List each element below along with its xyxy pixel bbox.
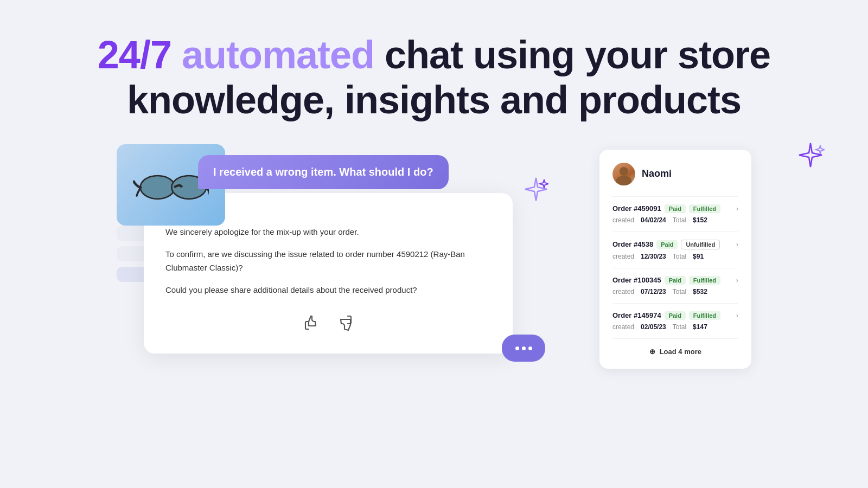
total-value: $91 (693, 253, 704, 260)
order-number: Order #4538 (612, 240, 653, 248)
user-message-bubble: I received a wrong item. What should I d… (198, 155, 449, 189)
created-date: 02/05/23 (641, 323, 666, 331)
load-more-label: Load 4 more (660, 348, 701, 356)
status-badge: Unfulfilled (681, 240, 720, 249)
order-meta: created 12/30/23 Total $91 (612, 253, 738, 260)
total-value: $532 (693, 288, 707, 296)
order-meta: created 02/05/23 Total $147 (612, 323, 738, 331)
order-meta: created 04/02/24 Total $152 (612, 216, 738, 224)
svg-point-1 (141, 176, 174, 198)
chat-panel: I received a wrong item. What should I d… (117, 144, 589, 354)
order-item: Order #145974 Paid Fulfilled › created 0… (612, 303, 738, 339)
created-date: 12/30/23 (641, 253, 666, 260)
sparkle-icon-mid (524, 177, 548, 204)
feedback-row (165, 312, 491, 337)
thumbs-up-button[interactable] (301, 312, 323, 337)
chevron-down-icon[interactable]: › (736, 311, 738, 319)
order-number: Order #145974 (612, 311, 661, 319)
hero-title-rest: chat using your store (374, 33, 770, 76)
load-more-button[interactable]: ⊕ Load 4 more (612, 339, 738, 356)
typing-dot-2 (522, 346, 526, 350)
created-label: created (612, 323, 634, 331)
hero-title-line2: knowledge, insights and products (127, 78, 741, 121)
order-meta: created 07/12/23 Total $532 (612, 288, 738, 296)
order-top: Order #145974 Paid Fulfilled › (612, 311, 738, 320)
chevron-down-icon[interactable]: › (736, 240, 738, 248)
order-panel: Naomi Order #459091 Paid Fulfilled › cre… (599, 150, 751, 369)
order-top: Order #4538 Paid Unfulfilled › (612, 240, 738, 249)
created-date: 04/02/24 (641, 216, 666, 224)
paid-badge: Paid (665, 311, 686, 320)
total-value: $152 (693, 216, 707, 224)
chevron-down-icon[interactable]: › (736, 276, 738, 284)
paid-badge: Paid (665, 276, 686, 285)
main-content: I received a wrong item. What should I d… (0, 144, 868, 369)
typing-dot-1 (515, 346, 519, 350)
response-details: Could you please share additional detail… (165, 284, 491, 297)
order-top: Order #100345 Paid Fulfilled › (612, 276, 738, 285)
typing-dot-3 (528, 346, 532, 350)
created-label: created (612, 288, 634, 296)
glasses-image (133, 163, 209, 207)
response-confirm: To confirm, are we discussing the issue … (165, 248, 491, 275)
typing-indicator (502, 335, 545, 362)
thumbs-down-button[interactable] (334, 312, 355, 337)
status-badge: Fulfilled (689, 276, 720, 285)
order-top: Order #459091 Paid Fulfilled › (612, 204, 738, 213)
thumbs-up-icon (303, 314, 321, 331)
hero-title-247: 24/7 (98, 33, 182, 76)
orders-list: Order #459091 Paid Fulfilled › created 0… (612, 196, 738, 339)
created-label: created (612, 253, 634, 260)
avatar (612, 163, 635, 185)
total-value: $147 (693, 323, 707, 331)
total-label: Total (673, 253, 686, 260)
total-label: Total (673, 216, 686, 224)
order-item: Order #4538 Paid Unfulfilled › created 1… (612, 232, 738, 268)
order-item: Order #459091 Paid Fulfilled › created 0… (612, 196, 738, 232)
hero-section: 24/7 automated chat using your store kno… (0, 0, 868, 144)
load-more-icon: ⊕ (649, 348, 655, 356)
order-item: Order #100345 Paid Fulfilled › created 0… (612, 268, 738, 303)
status-badge: Fulfilled (689, 311, 720, 320)
total-label: Total (673, 288, 686, 296)
paid-badge: Paid (656, 240, 678, 249)
thumbs-down-icon (336, 314, 353, 331)
created-date: 07/12/23 (641, 288, 666, 296)
customer-name: Naomi (642, 168, 672, 179)
customer-header: Naomi (612, 163, 738, 185)
paid-badge: Paid (665, 204, 686, 213)
total-label: Total (673, 323, 686, 331)
order-number: Order #459091 (612, 204, 661, 213)
user-message-text: I received a wrong item. What should I d… (213, 166, 433, 178)
chevron-down-icon[interactable]: › (736, 204, 738, 213)
sparkle-icon-top (796, 141, 825, 171)
hero-title: 24/7 automated chat using your store kno… (0, 33, 868, 123)
order-number: Order #100345 (612, 276, 661, 284)
created-label: created (612, 216, 634, 224)
status-badge: Fulfilled (689, 204, 720, 213)
hero-title-automated: automated (182, 33, 374, 76)
